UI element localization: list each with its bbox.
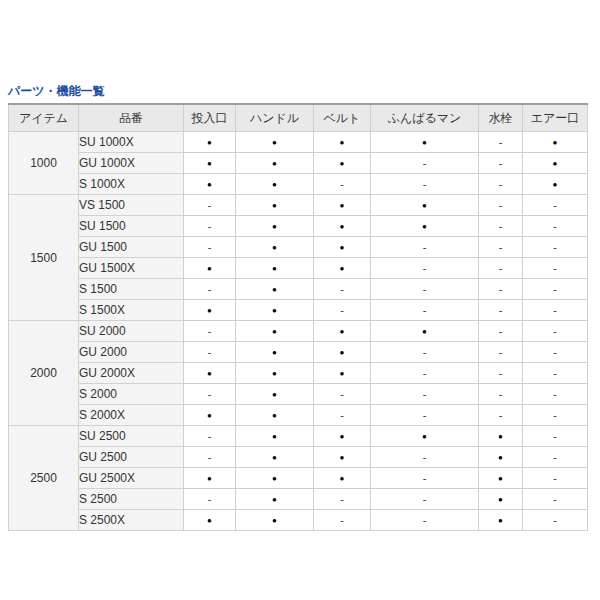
feature-absent-dash: - (371, 468, 479, 489)
feature-absent-dash: - (479, 405, 523, 426)
feature-present-dot: ● (236, 510, 314, 531)
feature-absent-dash: - (523, 384, 588, 405)
feature-present-dot: ● (371, 132, 479, 153)
feature-absent-dash: - (184, 342, 236, 363)
item-group-cell: 1500 (9, 195, 79, 321)
feature-absent-dash: - (184, 426, 236, 447)
feature-present-dot: ● (236, 342, 314, 363)
feature-present-dot: ● (236, 468, 314, 489)
feature-present-dot: ● (236, 489, 314, 510)
feature-absent-dash: - (184, 447, 236, 468)
parts-function-table: アイテム品番投入口ハンドルベルトふんばるマン水栓エアー口 1000SU 1000… (8, 103, 588, 531)
feature-present-dot: ● (236, 405, 314, 426)
feature-present-dot: ● (314, 195, 371, 216)
feature-absent-dash: - (523, 510, 588, 531)
feature-absent-dash: - (184, 321, 236, 342)
feature-present-dot: ● (314, 342, 371, 363)
feature-present-dot: ● (236, 363, 314, 384)
model-number-cell: S 1000X (79, 174, 184, 195)
feature-absent-dash: - (523, 321, 588, 342)
feature-absent-dash: - (184, 279, 236, 300)
feature-absent-dash: - (479, 300, 523, 321)
feature-absent-dash: - (479, 132, 523, 153)
feature-absent-dash: - (371, 237, 479, 258)
model-number-cell: S 1500X (79, 300, 184, 321)
feature-present-dot: ● (479, 468, 523, 489)
feature-absent-dash: - (371, 174, 479, 195)
model-number-cell: SU 1500 (79, 216, 184, 237)
table-row: S 2000-●---- (9, 384, 588, 405)
feature-present-dot: ● (314, 321, 371, 342)
feature-present-dot: ● (236, 258, 314, 279)
feature-absent-dash: - (523, 258, 588, 279)
feature-present-dot: ● (184, 153, 236, 174)
feature-present-dot: ● (371, 321, 479, 342)
feature-absent-dash: - (314, 174, 371, 195)
feature-absent-dash: - (523, 468, 588, 489)
feature-present-dot: ● (236, 300, 314, 321)
feature-present-dot: ● (184, 258, 236, 279)
feature-present-dot: ● (371, 216, 479, 237)
table-row: GU 1000X●●●--● (9, 153, 588, 174)
feature-absent-dash: - (479, 216, 523, 237)
feature-present-dot: ● (236, 384, 314, 405)
feature-absent-dash: - (523, 342, 588, 363)
item-group-cell: 1000 (9, 132, 79, 195)
model-number-cell: S 1500 (79, 279, 184, 300)
feature-absent-dash: - (479, 258, 523, 279)
feature-present-dot: ● (184, 132, 236, 153)
feature-absent-dash: - (371, 300, 479, 321)
model-number-cell: GU 2500 (79, 447, 184, 468)
feature-absent-dash: - (479, 153, 523, 174)
feature-absent-dash: - (371, 279, 479, 300)
feature-absent-dash: - (371, 447, 479, 468)
feature-absent-dash: - (523, 489, 588, 510)
column-header: 投入口 (184, 104, 236, 132)
feature-present-dot: ● (184, 510, 236, 531)
table-row: 1000SU 1000X●●●●-● (9, 132, 588, 153)
model-number-cell: S 2000 (79, 384, 184, 405)
table-row: GU 1500X●●●--- (9, 258, 588, 279)
table-row: GU 2000-●●--- (9, 342, 588, 363)
feature-present-dot: ● (236, 132, 314, 153)
feature-absent-dash: - (523, 426, 588, 447)
model-number-cell: VS 1500 (79, 195, 184, 216)
feature-absent-dash: - (479, 237, 523, 258)
feature-absent-dash: - (479, 363, 523, 384)
feature-present-dot: ● (371, 426, 479, 447)
feature-present-dot: ● (479, 510, 523, 531)
table-row: 1500VS 1500-●●●-- (9, 195, 588, 216)
feature-absent-dash: - (314, 489, 371, 510)
feature-present-dot: ● (314, 237, 371, 258)
feature-present-dot: ● (236, 174, 314, 195)
column-header: 品番 (79, 104, 184, 132)
feature-present-dot: ● (523, 153, 588, 174)
feature-absent-dash: - (479, 174, 523, 195)
column-header: エアー口 (523, 104, 588, 132)
table-row: GU 2000X●●●--- (9, 363, 588, 384)
feature-absent-dash: - (184, 489, 236, 510)
feature-present-dot: ● (314, 363, 371, 384)
feature-present-dot: ● (314, 132, 371, 153)
table-row: S 1000X●●---● (9, 174, 588, 195)
table-row: S 2500X●●--●- (9, 510, 588, 531)
model-number-cell: GU 1000X (79, 153, 184, 174)
feature-present-dot: ● (314, 153, 371, 174)
feature-absent-dash: - (314, 279, 371, 300)
table-row: GU 1500-●●--- (9, 237, 588, 258)
model-number-cell: S 2500X (79, 510, 184, 531)
feature-absent-dash: - (371, 153, 479, 174)
feature-present-dot: ● (314, 468, 371, 489)
feature-present-dot: ● (314, 426, 371, 447)
feature-present-dot: ● (479, 426, 523, 447)
model-number-cell: SU 2000 (79, 321, 184, 342)
feature-present-dot: ● (523, 132, 588, 153)
model-number-cell: GU 2500X (79, 468, 184, 489)
feature-present-dot: ● (236, 321, 314, 342)
feature-absent-dash: - (184, 195, 236, 216)
feature-absent-dash: - (314, 384, 371, 405)
feature-absent-dash: - (523, 447, 588, 468)
model-number-cell: SU 2500 (79, 426, 184, 447)
feature-present-dot: ● (236, 153, 314, 174)
model-number-cell: GU 1500 (79, 237, 184, 258)
